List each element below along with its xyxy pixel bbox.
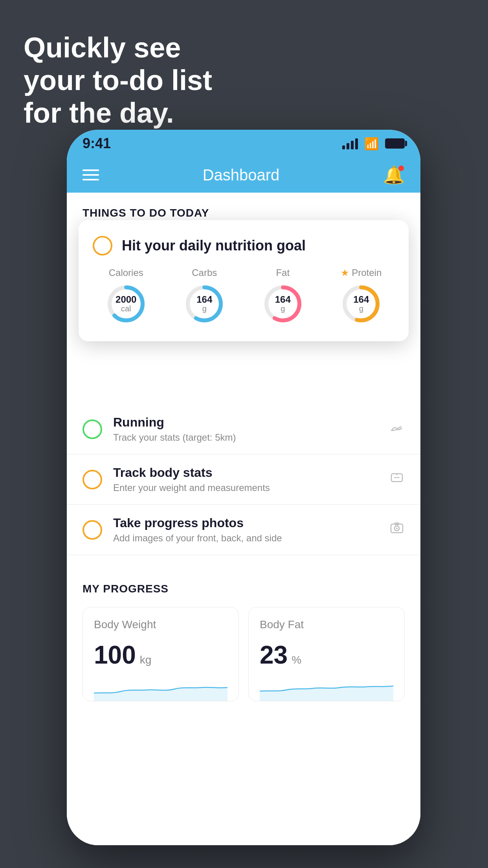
nav-bar: Dashboard 🔔 xyxy=(67,157,420,193)
hamburger-menu[interactable] xyxy=(83,169,99,180)
carbs-label: Carbs xyxy=(192,267,217,278)
body-stats-checkbox[interactable] xyxy=(83,470,102,489)
status-bar: 9:41 📶 xyxy=(67,130,420,157)
nutrition-carbs: Carbs 164 g xyxy=(183,267,226,326)
body-fat-card: Body Fat 23 % xyxy=(248,607,405,701)
todo-list: Running Track your stats (target: 5km) T… xyxy=(67,404,420,555)
photos-checkbox[interactable] xyxy=(83,520,102,540)
notifications-button[interactable]: 🔔 xyxy=(383,165,405,185)
hamburger-line xyxy=(83,174,99,176)
body-fat-title: Body Fat xyxy=(260,618,393,631)
content-area: THINGS TO DO TODAY Hit your daily nutrit… xyxy=(67,193,420,845)
photo-icon xyxy=(389,520,405,539)
svg-point-13 xyxy=(396,528,398,529)
todo-item-running[interactable]: Running Track your stats (target: 5km) xyxy=(67,404,420,454)
body-fat-unit: % xyxy=(292,654,301,666)
headline-text: Quickly see your to-do list for the day. xyxy=(24,31,212,129)
battery-icon xyxy=(385,138,405,149)
carbs-donut: 164 g xyxy=(183,282,226,326)
running-checkbox[interactable] xyxy=(83,419,102,439)
nutrition-card: Hit your daily nutrition goal Calories 2… xyxy=(79,220,409,341)
card-title-row: Hit your daily nutrition goal xyxy=(93,236,394,256)
body-stats-title: Track body stats xyxy=(113,465,378,480)
photos-content: Take progress photos Add images of your … xyxy=(113,516,378,544)
nutrition-fat: Fat 164 g xyxy=(261,267,305,326)
fat-value: 164 g xyxy=(275,295,291,313)
hamburger-line xyxy=(83,169,99,171)
photos-subtitle: Add images of your front, back, and side xyxy=(113,533,378,544)
notification-badge xyxy=(398,166,404,171)
scale-icon xyxy=(389,470,405,489)
phone-frame: 9:41 📶 Dashboard 🔔 THINGS TO DO TODAY xyxy=(67,130,420,845)
nutrition-protein: ★ Protein 164 g xyxy=(339,267,383,326)
fat-label: Fat xyxy=(276,267,290,278)
body-weight-card: Body Weight 100 kg xyxy=(83,607,239,701)
body-stats-subtitle: Enter your weight and measurements xyxy=(113,482,378,493)
body-fat-value-row: 23 % xyxy=(260,640,393,669)
body-weight-sparkline xyxy=(94,677,227,701)
body-stats-content: Track body stats Enter your weight and m… xyxy=(113,465,378,493)
progress-header: MY PROGRESS xyxy=(83,583,405,595)
wifi-icon: 📶 xyxy=(364,137,379,151)
nav-title: Dashboard xyxy=(203,166,280,184)
running-title: Running xyxy=(113,415,378,430)
calories-donut: 2000 cal xyxy=(105,282,148,326)
star-icon: ★ xyxy=(341,267,349,278)
body-fat-sparkline xyxy=(260,677,393,701)
protein-donut: 164 g xyxy=(339,282,383,326)
carbs-value: 164 g xyxy=(196,295,212,313)
todo-item-photos[interactable]: Take progress photos Add images of your … xyxy=(67,505,420,555)
fat-donut: 164 g xyxy=(261,282,305,326)
running-subtitle: Track your stats (target: 5km) xyxy=(113,432,378,443)
nutrition-card-title: Hit your daily nutrition goal xyxy=(122,237,306,254)
body-weight-title: Body Weight xyxy=(94,618,227,631)
hamburger-line xyxy=(83,179,99,180)
body-weight-value-row: 100 kg xyxy=(94,640,227,669)
calories-value: 2000 cal xyxy=(116,295,136,313)
photos-title: Take progress photos xyxy=(113,516,378,530)
status-icons: 📶 xyxy=(342,137,405,151)
todo-item-body-stats[interactable]: Track body stats Enter your weight and m… xyxy=(67,454,420,505)
body-fat-value: 23 xyxy=(260,640,288,669)
running-content: Running Track your stats (target: 5km) xyxy=(113,415,378,443)
status-time: 9:41 xyxy=(83,135,111,152)
body-weight-unit: kg xyxy=(140,654,152,666)
nutrition-calories: Calories 2000 cal xyxy=(105,267,148,326)
progress-section: MY PROGRESS Body Weight 100 kg xyxy=(67,567,420,701)
nutrition-checkbox[interactable] xyxy=(93,236,112,256)
signal-icon xyxy=(342,138,358,149)
progress-cards: Body Weight 100 kg Body Fat xyxy=(83,607,405,701)
calories-label: Calories xyxy=(109,267,143,278)
protein-label: ★ Protein xyxy=(341,267,382,278)
body-weight-value: 100 xyxy=(94,640,136,669)
running-icon xyxy=(389,419,405,439)
protein-value: 164 g xyxy=(353,295,369,313)
nutrition-row: Calories 2000 cal Carbs xyxy=(93,267,394,326)
